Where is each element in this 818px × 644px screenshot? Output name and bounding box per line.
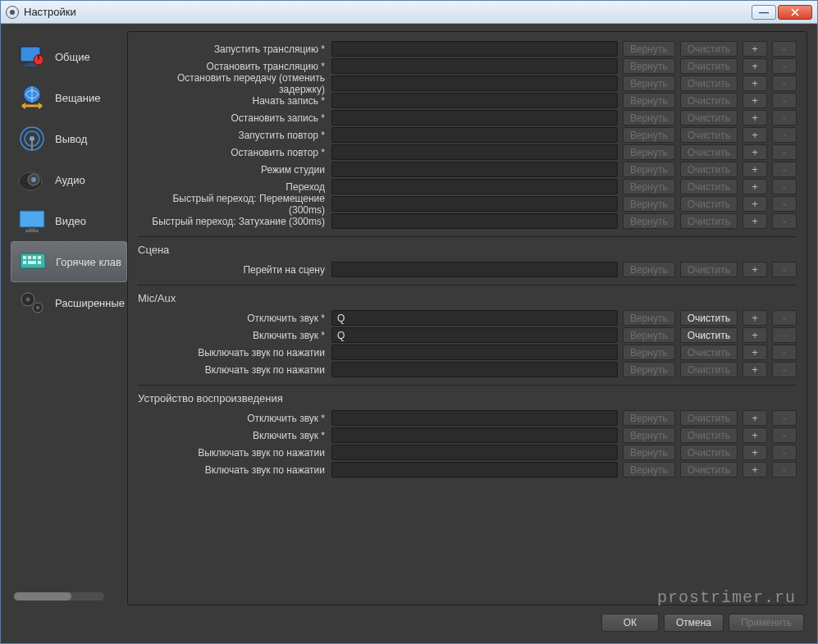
close-button[interactable] [778, 5, 812, 20]
revert-button[interactable]: Вернуть [623, 213, 675, 229]
sidebar-item-output[interactable]: Вывод [11, 118, 127, 159]
add-hotkey-button[interactable]: + [743, 162, 767, 177]
remove-hotkey-button[interactable]: - [772, 127, 797, 143]
add-hotkey-button[interactable]: + [743, 327, 767, 343]
remove-hotkey-button[interactable]: - [772, 58, 797, 74]
hotkey-input[interactable] [331, 213, 618, 229]
ok-button[interactable]: ОК [601, 614, 659, 632]
clear-button[interactable]: Очистить [680, 445, 738, 460]
apply-button[interactable]: Применить [729, 614, 804, 632]
remove-hotkey-button[interactable]: - [772, 427, 797, 443]
revert-button[interactable]: Вернуть [623, 445, 675, 460]
hotkey-input[interactable] [331, 327, 618, 343]
hotkey-input[interactable] [331, 58, 618, 74]
revert-button[interactable]: Вернуть [623, 75, 675, 91]
clear-button[interactable]: Очистить [680, 110, 738, 126]
add-hotkey-button[interactable]: + [743, 196, 767, 212]
add-hotkey-button[interactable]: + [743, 179, 767, 194]
hotkey-input[interactable] [331, 345, 618, 360]
hotkey-input[interactable] [331, 75, 618, 91]
add-hotkey-button[interactable]: + [743, 144, 767, 160]
clear-button[interactable]: Очистить [680, 327, 738, 343]
revert-button[interactable]: Вернуть [623, 310, 675, 326]
remove-hotkey-button[interactable]: - [772, 75, 797, 91]
remove-hotkey-button[interactable]: - [772, 462, 797, 477]
remove-hotkey-button[interactable]: - [772, 179, 797, 194]
clear-button[interactable]: Очистить [680, 162, 738, 177]
hotkey-input[interactable] [331, 362, 618, 377]
clear-button[interactable]: Очистить [680, 310, 738, 326]
clear-button[interactable]: Очистить [680, 262, 738, 277]
sidebar-item-hotkeys[interactable]: Горячие клав [11, 241, 127, 282]
clear-button[interactable]: Очистить [680, 462, 738, 477]
hotkey-input[interactable] [331, 262, 618, 277]
revert-button[interactable]: Вернуть [623, 93, 675, 108]
remove-hotkey-button[interactable]: - [772, 144, 797, 160]
clear-button[interactable]: Очистить [680, 410, 738, 426]
remove-hotkey-button[interactable]: - [772, 110, 797, 126]
hotkey-input[interactable] [331, 410, 618, 426]
add-hotkey-button[interactable]: + [743, 427, 767, 443]
sidebar-scrollbar[interactable] [14, 592, 104, 601]
hotkey-input[interactable] [331, 445, 618, 460]
add-hotkey-button[interactable]: + [743, 93, 767, 108]
hotkey-input[interactable] [331, 110, 618, 126]
add-hotkey-button[interactable]: + [743, 410, 767, 426]
clear-button[interactable]: Очистить [680, 93, 738, 108]
add-hotkey-button[interactable]: + [743, 362, 767, 377]
hotkey-input[interactable] [331, 127, 618, 143]
revert-button[interactable]: Вернуть [623, 362, 675, 377]
hotkey-input[interactable] [331, 179, 618, 194]
remove-hotkey-button[interactable]: - [772, 310, 797, 326]
hotkey-input[interactable] [331, 427, 618, 443]
clear-button[interactable]: Очистить [680, 362, 738, 377]
clear-button[interactable]: Очистить [680, 127, 738, 143]
revert-button[interactable]: Вернуть [623, 127, 675, 143]
revert-button[interactable]: Вернуть [623, 427, 675, 443]
hotkey-input[interactable] [331, 196, 618, 212]
remove-hotkey-button[interactable]: - [772, 93, 797, 108]
clear-button[interactable]: Очистить [680, 196, 738, 212]
revert-button[interactable]: Вернуть [623, 179, 675, 194]
minimize-button[interactable]: — [752, 5, 776, 20]
remove-hotkey-button[interactable]: - [772, 445, 797, 460]
clear-button[interactable]: Очистить [680, 41, 738, 57]
remove-hotkey-button[interactable]: - [772, 41, 797, 57]
revert-button[interactable]: Вернуть [623, 462, 675, 477]
remove-hotkey-button[interactable]: - [772, 327, 797, 343]
revert-button[interactable]: Вернуть [623, 144, 675, 160]
hotkey-input[interactable] [331, 310, 618, 326]
clear-button[interactable]: Очистить [680, 179, 738, 194]
revert-button[interactable]: Вернуть [623, 58, 675, 74]
remove-hotkey-button[interactable]: - [772, 262, 797, 277]
add-hotkey-button[interactable]: + [743, 310, 767, 326]
hotkey-input[interactable] [331, 41, 618, 57]
remove-hotkey-button[interactable]: - [772, 213, 797, 229]
revert-button[interactable]: Вернуть [623, 110, 675, 126]
cancel-button[interactable]: Отмена [664, 614, 724, 632]
sidebar-item-stream[interactable]: Вещание [11, 77, 127, 118]
add-hotkey-button[interactable]: + [743, 462, 767, 477]
revert-button[interactable]: Вернуть [623, 196, 675, 212]
clear-button[interactable]: Очистить [680, 345, 738, 360]
revert-button[interactable]: Вернуть [623, 41, 675, 57]
clear-button[interactable]: Очистить [680, 75, 738, 91]
remove-hotkey-button[interactable]: - [772, 362, 797, 377]
add-hotkey-button[interactable]: + [743, 345, 767, 360]
revert-button[interactable]: Вернуть [623, 345, 675, 360]
revert-button[interactable]: Вернуть [623, 262, 675, 277]
revert-button[interactable]: Вернуть [623, 327, 675, 343]
add-hotkey-button[interactable]: + [743, 213, 767, 229]
clear-button[interactable]: Очистить [680, 144, 738, 160]
sidebar-item-advanced[interactable]: Расширенные [11, 282, 127, 323]
add-hotkey-button[interactable]: + [743, 127, 767, 143]
add-hotkey-button[interactable]: + [743, 445, 767, 460]
remove-hotkey-button[interactable]: - [772, 196, 797, 212]
add-hotkey-button[interactable]: + [743, 110, 767, 126]
hotkey-input[interactable] [331, 462, 618, 477]
revert-button[interactable]: Вернуть [623, 162, 675, 177]
remove-hotkey-button[interactable]: - [772, 345, 797, 360]
hotkey-input[interactable] [331, 93, 618, 108]
hotkey-input[interactable] [331, 144, 618, 160]
clear-button[interactable]: Очистить [680, 58, 738, 74]
